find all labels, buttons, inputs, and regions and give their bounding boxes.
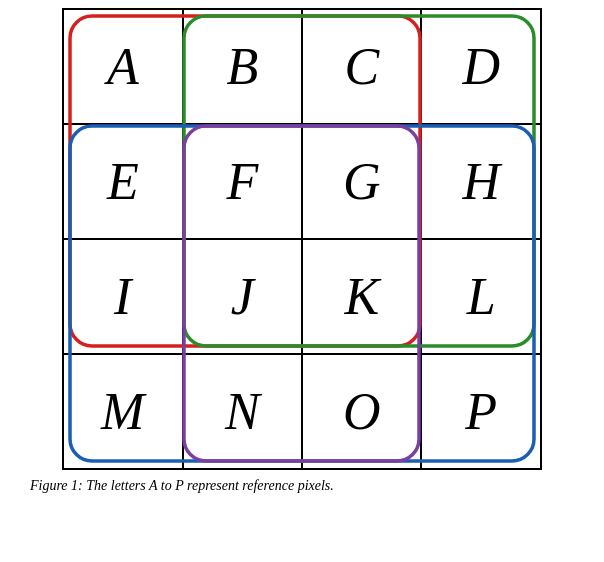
cell-o: O — [302, 354, 421, 469]
cell-p: P — [421, 354, 541, 469]
cell-l: L — [421, 239, 541, 354]
caption-to: to — [161, 478, 172, 493]
table-row: E F G H — [63, 124, 541, 239]
cell-h: H — [421, 124, 541, 239]
grid-table: A B C D E F G H I J K L M — [62, 8, 542, 470]
table-row: A B C D — [63, 9, 541, 124]
cell-b: B — [183, 9, 302, 124]
caption-italic: Figure 1: The letters A to P represent r… — [30, 478, 334, 493]
figure-container: A B C D E F G H I J K L M — [22, 8, 582, 496]
figure-caption: Figure 1: The letters A to P represent r… — [22, 476, 582, 496]
cell-j: J — [183, 239, 302, 354]
cell-m: M — [63, 354, 183, 469]
cell-d: D — [421, 9, 541, 124]
cell-g: G — [302, 124, 421, 239]
caption-text: Figure 1: The letters A to P represent r… — [30, 478, 334, 493]
cell-c: C — [302, 9, 421, 124]
cell-i: I — [63, 239, 183, 354]
table-row: I J K L — [63, 239, 541, 354]
cell-n: N — [183, 354, 302, 469]
cell-f: F — [183, 124, 302, 239]
grid-wrapper: A B C D E F G H I J K L M — [62, 8, 542, 468]
cell-k: K — [302, 239, 421, 354]
table-row: M N O P — [63, 354, 541, 469]
cell-a: A — [63, 9, 183, 124]
cell-e: E — [63, 124, 183, 239]
